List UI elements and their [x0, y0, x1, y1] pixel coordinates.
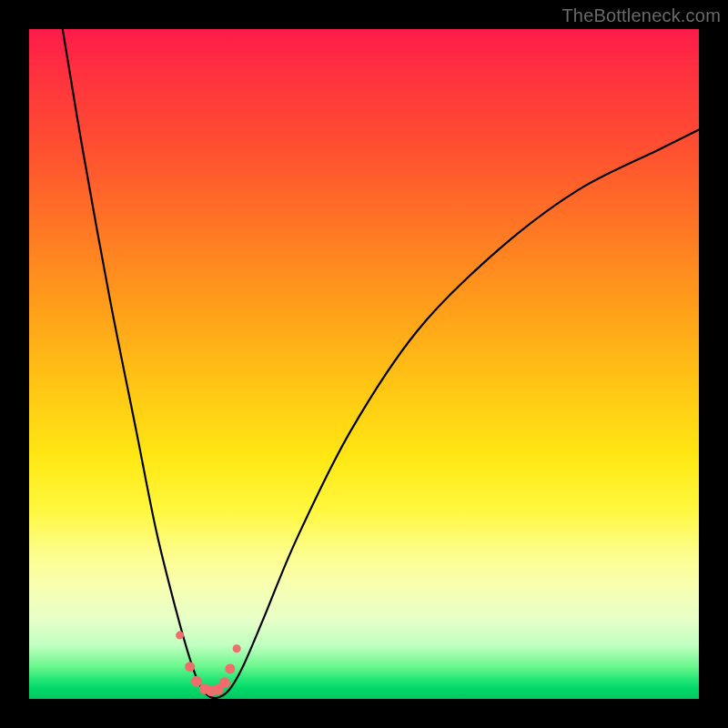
- bottleneck-curve: [63, 29, 699, 698]
- chart-frame: TheBottleneck.com: [0, 0, 728, 728]
- valley-marker: [219, 677, 230, 688]
- gradient-plot-area: [29, 29, 699, 699]
- valley-marker: [225, 663, 235, 673]
- valley-marker: [233, 644, 241, 652]
- curve-svg: [29, 29, 699, 699]
- valley-marker: [185, 662, 195, 672]
- watermark-text: TheBottleneck.com: [561, 5, 721, 26]
- valley-marker: [176, 632, 184, 640]
- valley-marker: [191, 676, 202, 687]
